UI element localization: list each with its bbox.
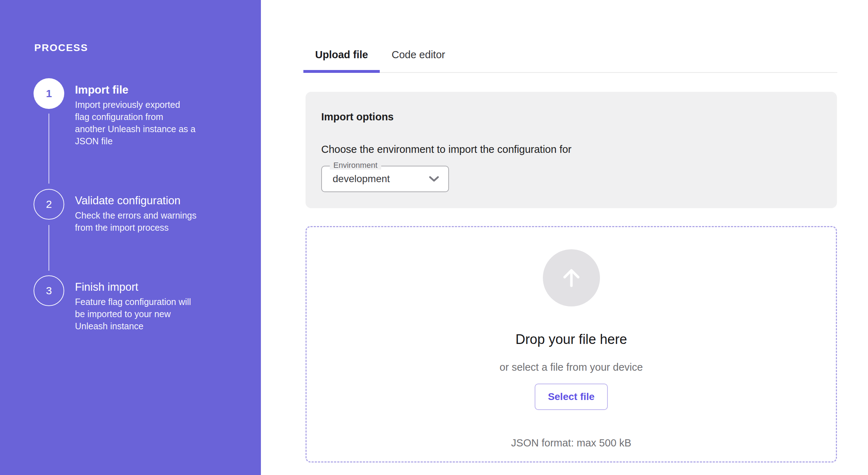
- dropzone-format-hint: JSON format: max 500 kB: [511, 436, 631, 449]
- chevron-down-icon: [429, 176, 439, 182]
- environment-select[interactable]: Environment development: [321, 166, 449, 192]
- step-2-text: Validate configuration Check the errors …: [75, 189, 218, 234]
- arrow-up-icon: [560, 266, 583, 290]
- step-connector-2: [49, 225, 49, 271]
- tab-upload-file-label: Upload file: [315, 49, 368, 61]
- tab-code-editor-label: Code editor: [392, 49, 445, 61]
- dropzone-subtitle: or select a file from your device: [500, 361, 643, 374]
- import-options-panel: Import options Choose the environment to…: [306, 92, 837, 208]
- step-2-title: Validate configuration: [75, 194, 218, 208]
- step-3-text: Finish import Feature flag configuration…: [75, 275, 218, 332]
- import-mode-tabs: Upload file Code editor: [303, 37, 837, 73]
- step-1-circle: 1: [34, 78, 64, 109]
- step-2-circle: 2: [34, 189, 64, 220]
- environment-select-label: Environment: [330, 161, 381, 170]
- step-2-number: 2: [46, 198, 52, 210]
- step-1-title: Import file: [75, 83, 218, 97]
- step-3-description: Feature flag configuration will be impor…: [75, 296, 218, 332]
- active-tab-indicator: [303, 70, 380, 73]
- dropzone-title: Drop your file here: [515, 331, 627, 347]
- file-dropzone[interactable]: Drop your file here or select a file fro…: [306, 226, 837, 462]
- tab-upload-file[interactable]: Upload file: [303, 37, 380, 72]
- step-1-text: Import file Import previously exported f…: [75, 78, 218, 147]
- step-finish-import: 3 Finish import Feature flag configurati…: [34, 275, 218, 332]
- step-1-description: Import previously exported flag configur…: [75, 99, 218, 147]
- upload-circle: [543, 249, 600, 306]
- step-3-circle: 3: [34, 275, 64, 306]
- step-1-number: 1: [46, 88, 52, 100]
- step-connector-1: [49, 114, 49, 184]
- step-2-description: Check the errors and warnings from the i…: [75, 209, 218, 234]
- import-options-title: Import options: [321, 110, 821, 123]
- process-sidebar: PROCESS 1 Import file Import previously …: [0, 0, 261, 475]
- step-3-number: 3: [46, 285, 52, 297]
- import-wizard-screen: PROCESS 1 Import file Import previously …: [0, 0, 868, 475]
- tab-code-editor[interactable]: Code editor: [380, 37, 457, 72]
- step-validate-configuration: 2 Validate configuration Check the error…: [34, 189, 218, 234]
- environment-select-value: development: [333, 173, 390, 185]
- select-file-button[interactable]: Select file: [535, 384, 608, 410]
- step-3-title: Finish import: [75, 280, 218, 294]
- step-import-file: 1 Import file Import previously exported…: [34, 78, 218, 147]
- process-heading: PROCESS: [34, 42, 88, 54]
- environment-question: Choose the environment to import the con…: [321, 143, 821, 156]
